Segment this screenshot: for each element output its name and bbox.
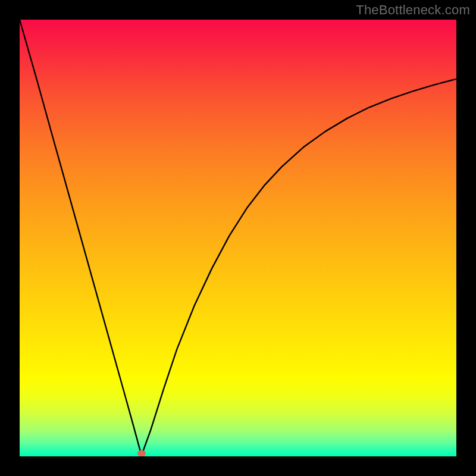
minimum-marker [137,450,146,456]
chart-frame: TheBottleneck.com [0,0,476,476]
plot-area [20,20,456,456]
bottleneck-curve [20,20,456,456]
watermark-text: TheBottleneck.com [356,2,470,18]
curve-svg [20,20,456,456]
